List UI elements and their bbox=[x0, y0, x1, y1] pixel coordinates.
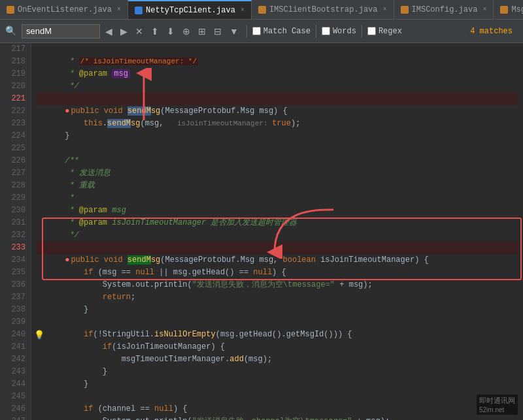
code-line-238 bbox=[37, 304, 518, 316]
line-num-242: 242 bbox=[3, 353, 25, 366]
line-num-220: 220 bbox=[3, 80, 25, 93]
search-options-button[interactable]: ⊟ bbox=[211, 25, 224, 37]
java-file-icon bbox=[401, 6, 409, 14]
line-num-227: 227 bbox=[3, 167, 25, 180]
code-line-235: System.out.println("发送消息失败，消息为空\tmessage… bbox=[37, 267, 518, 279]
code-line-232: @Override bbox=[37, 229, 518, 242]
code-line-241: msgTimeoutTimerManager.add(msg); bbox=[37, 341, 518, 353]
code-line-219: */ bbox=[37, 68, 518, 80]
code-line-228: * bbox=[37, 180, 518, 192]
tab-label: IMSConfig.java bbox=[412, 5, 478, 14]
line-num-224: 224 bbox=[3, 130, 25, 142]
code-line-230: * @param isJoinTimeoutManager 是否加入发送超时管理… bbox=[37, 204, 518, 217]
code-line-231: */ bbox=[37, 217, 518, 229]
code-line-222: this.sendMsg(msg, isJoinTimeoutManager: … bbox=[37, 105, 518, 118]
regex-checkbox[interactable] bbox=[367, 27, 376, 35]
regex-label: Regex bbox=[379, 27, 402, 36]
match-case-option[interactable]: Match Case bbox=[252, 27, 311, 36]
code-line-223: } bbox=[37, 118, 518, 130]
tab-label: NettyTcpClient.java bbox=[146, 6, 235, 15]
tab-msg-timeout-timer[interactable]: MsgTimeoutTimer.java × bbox=[494, 0, 523, 19]
line-num-243: 243 bbox=[3, 366, 25, 378]
line-num-222: 222 bbox=[3, 105, 25, 118]
search-up-button[interactable]: ⬆ bbox=[148, 25, 161, 37]
separator bbox=[246, 25, 247, 38]
search-filter-button[interactable]: ⊞ bbox=[195, 25, 209, 37]
tab-netty-tcp-client[interactable]: NettyTcpClient.java × bbox=[128, 0, 252, 19]
code-line-227: * 重载 bbox=[37, 167, 518, 180]
code-line-237: } bbox=[37, 291, 518, 304]
code-line-226: * 发送消息 bbox=[37, 155, 518, 167]
code-line-217: * /* isJoinTimeoutManager: */ bbox=[37, 43, 518, 56]
tab-label: IMSClientBootstrap.java bbox=[269, 5, 378, 14]
line-num-217: 217 bbox=[3, 43, 25, 56]
tab-label: MsgTimeoutTimer.java bbox=[511, 5, 523, 14]
code-line-244 bbox=[37, 378, 518, 391]
search-icon: 🔍 bbox=[5, 25, 16, 37]
code-content: * /* isJoinTimeoutManager: */ * @param m… bbox=[31, 43, 523, 420]
search-input[interactable] bbox=[22, 24, 100, 39]
tab-on-event-listener[interactable]: OnEventListener.java × bbox=[0, 0, 128, 19]
regex-option[interactable]: Regex bbox=[367, 27, 402, 36]
close-icon[interactable]: × bbox=[482, 6, 486, 13]
line-num-246: 246 bbox=[3, 403, 25, 415]
line-num-219: 219 bbox=[3, 68, 25, 80]
code-line-239: if(!StringUtil.isNullOrEmpty(msg.getHead… bbox=[37, 316, 518, 329]
line-num-236: 236 bbox=[3, 279, 25, 291]
line-num-228: 228 bbox=[3, 180, 25, 192]
line-num-226: 226 bbox=[3, 155, 25, 167]
separator bbox=[316, 25, 316, 38]
close-icon[interactable]: × bbox=[383, 6, 387, 13]
close-icon[interactable]: × bbox=[117, 6, 121, 13]
code-line-242: } bbox=[37, 353, 518, 366]
code-line-225: /** bbox=[37, 142, 518, 155]
match-case-checkbox[interactable] bbox=[252, 27, 261, 35]
line-num-244: 244 bbox=[3, 378, 25, 391]
match-case-label: Match Case bbox=[263, 27, 311, 36]
code-line-234: if (msg == null || msg.getHead() == null… bbox=[37, 254, 518, 267]
prev-match-button[interactable]: ◀ bbox=[103, 25, 115, 37]
line-num-240: 240 bbox=[3, 329, 25, 341]
words-option[interactable]: Words bbox=[322, 27, 356, 36]
tab-ims-client-bootstrap[interactable]: IMSClientBootstrap.java × bbox=[252, 0, 394, 19]
words-label: Words bbox=[333, 27, 356, 36]
line-num-232: 232 bbox=[3, 229, 25, 242]
search-bar: 🔍 ◀ ▶ ✕ ⬆ ⬇ ⊕ ⊞ ⊟ ▼ Match Case Words Reg… bbox=[0, 20, 523, 43]
code-line-221: ●public void sendMsg(MessageProtobuf.Msg… bbox=[37, 93, 518, 105]
words-checkbox[interactable] bbox=[322, 27, 330, 35]
java-file-icon bbox=[135, 7, 143, 14]
tab-ims-config[interactable]: IMSConfig.java × bbox=[394, 0, 494, 19]
search-funnel-button[interactable]: ▼ bbox=[227, 25, 241, 37]
code-line-247: } bbox=[37, 415, 518, 420]
lightbulb-icon[interactable]: 💡 bbox=[34, 330, 43, 339]
next-match-button[interactable]: ▶ bbox=[118, 25, 130, 37]
line-num-229: 229 bbox=[3, 192, 25, 204]
line-num-225: 225 bbox=[3, 142, 25, 155]
watermark: 即时通讯网52im.net bbox=[477, 395, 518, 415]
line-num-223: 223 bbox=[3, 118, 25, 130]
line-num-247: 247 bbox=[3, 415, 25, 420]
code-line-246: System.out.println("发送消息失败，channel为空\tme… bbox=[37, 403, 518, 415]
tab-bar: OnEventListener.java × NettyTcpClient.ja… bbox=[0, 0, 523, 20]
line-num-241: 241 bbox=[3, 341, 25, 353]
line-num-238: 238 bbox=[3, 304, 25, 316]
line-num-221: 221 bbox=[3, 93, 25, 105]
line-num-230: 230 bbox=[3, 204, 25, 217]
code-line-240: if(isJoinTimeoutManager) { bbox=[37, 329, 518, 341]
search-down-button[interactable]: ⬇ bbox=[164, 25, 177, 37]
editor-area: 217 218 219 220 221 222 223 224 225 226 … bbox=[0, 43, 523, 420]
code-line-233: ●public void sendMsg(MessageProtobuf.Msg… bbox=[37, 242, 518, 254]
line-num-245: 245 bbox=[3, 391, 25, 403]
search-zoom-button[interactable]: ⊕ bbox=[180, 25, 193, 37]
tab-label: OnEventListener.java bbox=[18, 5, 112, 14]
line-num-233: 233 bbox=[3, 242, 25, 254]
java-file-icon bbox=[7, 6, 14, 14]
code-line-229: * @param msg bbox=[37, 192, 518, 204]
java-file-icon bbox=[258, 6, 266, 14]
line-num-239: 239 bbox=[3, 316, 25, 329]
close-search-button[interactable]: ✕ bbox=[133, 25, 146, 37]
line-num-237: 237 bbox=[3, 291, 25, 304]
match-count: 4 matches bbox=[470, 27, 513, 36]
code-line-220: @Override bbox=[37, 80, 518, 93]
close-icon[interactable]: × bbox=[241, 7, 245, 14]
